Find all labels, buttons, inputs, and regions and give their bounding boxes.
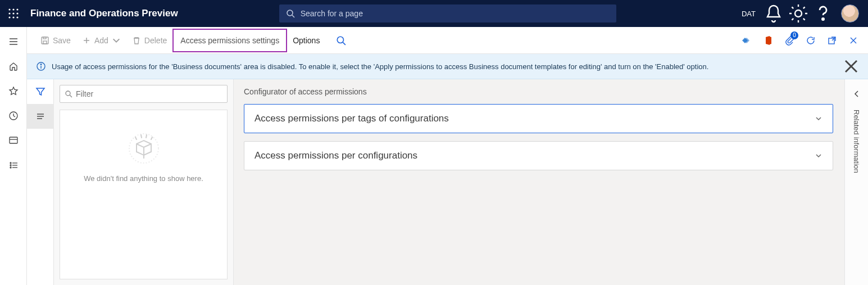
chevron-left-icon (853, 90, 861, 98)
list-icon (35, 111, 46, 121)
help-button[interactable] (812, 0, 834, 27)
popout-icon (827, 35, 837, 46)
question-icon (812, 2, 834, 25)
action-bar-right: 0 (737, 30, 864, 51)
refresh-button[interactable] (801, 30, 821, 51)
diamond-icon (742, 35, 752, 46)
empty-list-card: We didn't find anything to show here. (60, 110, 228, 279)
info-banner-close-button[interactable] (843, 58, 859, 74)
filter-pane (27, 79, 54, 285)
waffle-icon (8, 8, 19, 19)
svg-point-11 (795, 10, 802, 17)
dataverse-button[interactable] (737, 30, 757, 51)
nav-menu-button[interactable] (0, 29, 27, 54)
list-view-button[interactable] (27, 104, 54, 129)
svg-point-23 (10, 167, 11, 168)
modules-icon (8, 160, 19, 170)
section-per-tags-title: Access permissions per tags of configura… (255, 113, 449, 124)
svg-point-5 (16, 12, 18, 14)
top-right-controls: DAT (737, 0, 864, 27)
nav-modules-button[interactable] (0, 153, 27, 178)
action-search-button[interactable] (331, 30, 351, 51)
add-button: Add (76, 30, 126, 51)
svg-point-1 (12, 8, 14, 10)
chevron-down-icon (815, 115, 822, 123)
svg-point-4 (12, 12, 14, 14)
svg-point-19 (10, 162, 11, 164)
svg-rect-17 (10, 137, 17, 143)
settings-button[interactable] (787, 0, 810, 27)
svg-point-9 (287, 10, 293, 16)
home-icon (8, 61, 19, 71)
nav-favorites-button[interactable] (0, 79, 27, 103)
svg-point-37 (40, 64, 42, 65)
close-icon (848, 35, 858, 46)
trash-icon (132, 36, 141, 45)
nav-home-button[interactable] (0, 54, 27, 79)
access-permissions-label: Access permissions settings (180, 36, 279, 45)
plus-icon (82, 36, 91, 45)
info-banner: Usage of access permissions for the 'Bus… (27, 54, 868, 79)
options-button[interactable]: Options (287, 30, 325, 51)
svg-point-6 (8, 16, 10, 18)
delete-button: Delete (126, 30, 172, 51)
related-info-expand-button[interactable] (845, 84, 869, 104)
funnel-icon (35, 87, 46, 97)
section-per-tags[interactable]: Access permissions per tags of configura… (244, 104, 833, 133)
right-rail: Related information (844, 79, 868, 285)
refresh-icon (806, 35, 816, 46)
save-button: Save (35, 30, 76, 51)
add-label: Add (94, 36, 108, 45)
info-banner-message: Usage of access permissions for the 'Bus… (52, 62, 843, 71)
attachments-button[interactable]: 0 (779, 30, 799, 51)
nav-recent-button[interactable] (0, 103, 27, 128)
popout-button[interactable] (822, 30, 842, 51)
access-permissions-settings-button[interactable]: Access permissions settings (172, 29, 287, 52)
save-label: Save (53, 36, 71, 45)
office-button[interactable] (758, 30, 778, 51)
options-label: Options (293, 36, 320, 45)
svg-point-2 (16, 8, 18, 10)
star-icon (8, 86, 19, 96)
svg-point-43 (66, 91, 70, 96)
company-picker[interactable]: DAT (737, 10, 760, 18)
close-button[interactable] (843, 30, 864, 51)
user-avatar[interactable] (841, 4, 859, 22)
filter-button[interactable] (27, 79, 54, 104)
svg-point-21 (10, 165, 11, 166)
app-launcher-button[interactable] (0, 0, 27, 27)
related-info-label: Related information (852, 110, 861, 173)
empty-message: We didn't find anything to show here. (84, 174, 203, 183)
clock-icon (8, 111, 19, 121)
chevron-down-icon (112, 36, 121, 45)
nav-workspaces-button[interactable] (0, 128, 27, 153)
left-nav (0, 27, 27, 285)
global-search-placeholder: Search for a page (301, 9, 363, 18)
search-icon (65, 90, 72, 98)
empty-box-icon (124, 127, 163, 166)
office-icon (763, 35, 773, 46)
attachments-count-badge: 0 (790, 31, 798, 39)
section-per-configs-title: Access permissions per configurations (255, 150, 417, 161)
app-title: Finance and Operations Preview (27, 8, 178, 19)
filter-input-wrap[interactable] (60, 85, 228, 103)
svg-point-7 (12, 16, 14, 18)
filter-input[interactable] (76, 89, 222, 98)
svg-rect-27 (43, 37, 46, 39)
search-icon (286, 9, 295, 18)
svg-line-10 (292, 15, 294, 17)
svg-point-12 (822, 18, 824, 20)
workspace-icon (8, 135, 19, 146)
section-per-configs[interactable]: Access permissions per configurations (244, 141, 833, 170)
search-icon (336, 35, 346, 46)
svg-point-8 (16, 16, 18, 18)
hamburger-icon (8, 37, 19, 47)
global-search[interactable]: Search for a page (279, 4, 616, 22)
svg-point-30 (338, 37, 344, 43)
svg-point-3 (8, 12, 10, 14)
bell-icon (762, 2, 785, 25)
close-icon (843, 58, 859, 74)
save-icon (40, 36, 49, 45)
svg-line-44 (70, 95, 72, 97)
notifications-button[interactable] (762, 0, 785, 27)
